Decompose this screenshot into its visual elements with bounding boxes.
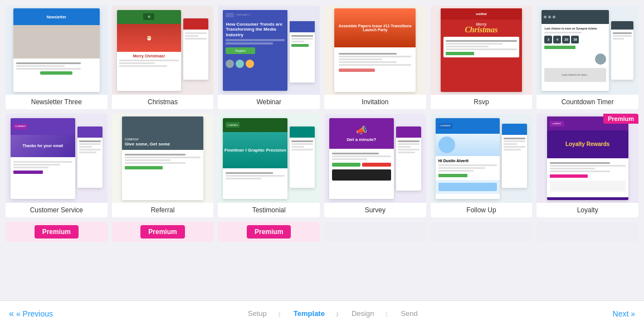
label-survey: Survey — [324, 203, 426, 217]
survey-small — [396, 126, 421, 191]
cd-avatar — [595, 53, 606, 65]
preview-invitation: Assemble Papers Issue #11 Transitions La… — [324, 6, 426, 95]
customer-main: COMPANY Thanks for your email — [11, 118, 75, 199]
card-invitation[interactable]: Assemble Papers Issue #11 Transitions La… — [324, 6, 426, 109]
inv-l1 — [339, 53, 397, 55]
rsvp-body — [443, 37, 519, 57]
xs-l3 — [185, 38, 207, 40]
survey-title: Get a minute? — [347, 137, 376, 142]
nav-steps: Setup Template Design Send — [235, 306, 431, 321]
cd-title: Last chance to save on Synapse tickets — [544, 27, 606, 30]
prev-button[interactable]: « « Previous — [9, 309, 53, 318]
countdown-small — [611, 21, 633, 80]
premium-cell-2: Premium — [218, 222, 320, 242]
testimonial-small — [290, 126, 315, 188]
ts-l3 — [291, 146, 304, 148]
step-send[interactable]: Send — [387, 306, 431, 321]
mockup-rsvp: webMail Merry Christmas — [441, 8, 522, 92]
premium-button-2[interactable]: Premium — [247, 225, 291, 239]
nl-content — [13, 59, 100, 79]
xs-header — [183, 18, 208, 30]
fu-top: COMPANY — [436, 118, 500, 134]
preview-followup: COMPANY Hi Dustin Alverti — [431, 114, 533, 203]
template-grid-row2: COMPANY Thanks for your email — [6, 114, 638, 217]
nl-image — [13, 25, 100, 59]
prev-icon: « — [9, 309, 14, 318]
cd-btn — [544, 46, 575, 49]
fus-header — [502, 124, 527, 135]
cd-l1 — [544, 32, 581, 33]
webinar-top: FEBRUARY 8 — [223, 10, 287, 20]
cd-box2: 4 — [553, 36, 561, 43]
card-customer-service[interactable]: COMPANY Thanks for your email — [6, 114, 108, 217]
ws-l2 — [291, 38, 313, 40]
premium-button-0[interactable]: Premium — [35, 225, 79, 239]
card-survey[interactable]: 📣 Get a minute? — [324, 114, 426, 217]
inv-l3 — [339, 59, 382, 60]
ws-header — [290, 21, 315, 32]
cd-banner: Last chance to save... — [544, 68, 606, 82]
step-design[interactable]: Design — [338, 306, 387, 321]
step-setup-label: Setup — [248, 309, 267, 318]
xmas-content: Merry Christmas! — [117, 52, 181, 70]
card-christmas[interactable]: M 🎅 Merry Christmas! — [112, 6, 214, 109]
premium-cell-1: Premium — [112, 222, 214, 242]
survey-hero: 📣 Get a minute? — [329, 118, 393, 149]
mockup-survey: 📣 Get a minute? — [329, 118, 421, 199]
premium-cell-3 — [324, 222, 426, 242]
card-newsletter-three[interactable]: Newsletter Newsletter Three — [6, 6, 108, 109]
christmas-small — [183, 18, 208, 80]
label-followup: Follow Up — [431, 203, 533, 217]
step-template[interactable]: Template — [280, 306, 338, 321]
card-webinar[interactable]: FEBRUARY 8 How Consumer Trends are Trans… — [218, 6, 320, 109]
card-follow-up[interactable]: COMPANY Hi Dustin Alverti — [431, 114, 533, 217]
preview-rsvp: webMail Merry Christmas — [431, 6, 533, 95]
test-image: Finelliner I Graphic Precision — [223, 132, 287, 168]
css-l3 — [79, 146, 92, 148]
premium-cell-4 — [431, 222, 533, 242]
card-rsvp[interactable]: webMail Merry Christmas — [431, 6, 533, 109]
nl-header: Newsletter — [13, 8, 100, 25]
label-loyalty: Loyalty — [536, 203, 638, 217]
sv-btns — [332, 163, 391, 167]
mockup-christmas: M 🎅 Merry Christmas! — [117, 10, 208, 91]
ws-l3 — [291, 41, 304, 42]
test-title: Finelliner I Graphic Precision — [225, 148, 286, 153]
premium-button-1[interactable]: Premium — [140, 225, 184, 239]
loy-l2 — [550, 165, 626, 167]
premium-row: Premium Premium Premium — [6, 222, 638, 242]
preview-webinar: FEBRUARY 8 How Consumer Trends are Trans… — [218, 6, 320, 95]
rsvp-l1 — [446, 40, 517, 42]
svs-l5 — [398, 152, 415, 153]
christmas-main: M 🎅 Merry Christmas! — [117, 10, 181, 91]
test-l3 — [226, 178, 261, 179]
label-countdown: Countdown Timer — [536, 95, 638, 109]
cds-l2 — [613, 35, 632, 37]
step-setup[interactable]: Setup — [235, 306, 280, 321]
sv-l1 — [332, 153, 379, 154]
invite-body — [334, 47, 416, 76]
test-l2 — [226, 175, 284, 177]
cs-l3 — [13, 167, 48, 168]
card-referral[interactable]: COMPANY Give some, Get some Referral — [112, 114, 214, 217]
card-testimonial[interactable]: COMPANY Finelliner I Graphic Precision — [218, 114, 320, 217]
next-button[interactable]: Next » — [613, 309, 635, 318]
main-content: Newsletter Newsletter Three — [0, 0, 644, 300]
ts-l1 — [291, 140, 313, 142]
ts-l2 — [291, 143, 313, 145]
sv-l2 — [332, 155, 391, 157]
step-send-label: Send — [401, 309, 417, 318]
svs-body — [396, 138, 421, 156]
card-countdown[interactable]: Last chance to save on Synapse tickets 3… — [536, 6, 638, 109]
survey-main: 📣 Get a minute? — [329, 118, 393, 199]
cd-box4: 38 — [571, 36, 579, 43]
label-rsvp: Rsvp — [431, 95, 533, 109]
fu-banner — [436, 134, 500, 156]
card-loyalty[interactable]: Premium webMail Loyalty Rewards — [536, 114, 638, 217]
preview-customer: COMPANY Thanks for your email — [6, 114, 108, 203]
cd-body: Last chance to save on Synapse tickets 3… — [541, 24, 608, 52]
cd-box1: 3 — [544, 36, 552, 43]
customer-small — [77, 126, 103, 188]
nav-bar: « « Previous Setup Template Design Send … — [0, 300, 644, 326]
webinar-title: How Consumer Trends are Transforming the… — [223, 20, 287, 40]
